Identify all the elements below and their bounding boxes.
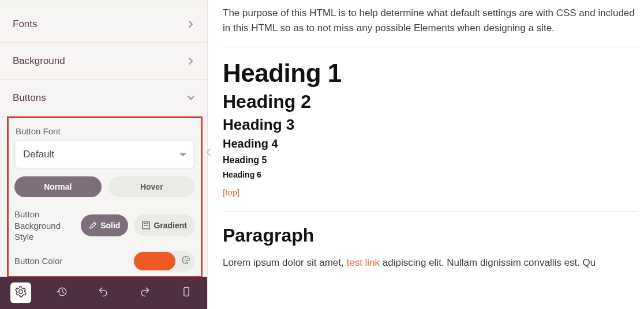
svg-point-5 — [146, 225, 147, 226]
caret-down-icon — [179, 149, 186, 160]
pencil-icon — [89, 221, 97, 229]
test-link[interactable]: test link — [346, 257, 380, 268]
palette-icon — [181, 255, 190, 267]
tab-normal[interactable]: Normal — [14, 176, 102, 197]
seg-label: Gradient — [153, 221, 187, 230]
gear-icon — [15, 286, 27, 300]
svg-point-9 — [187, 258, 188, 259]
history-button[interactable] — [52, 282, 73, 303]
section-buttons[interactable]: Buttons — [0, 80, 207, 116]
section-label: Buttons — [13, 92, 46, 104]
svg-point-7 — [184, 258, 185, 259]
top-link[interactable]: [top] — [223, 187, 239, 197]
svg-point-10 — [184, 260, 185, 261]
state-tabs: Normal Hover — [14, 176, 195, 197]
bg-style-gradient[interactable]: Gradient — [134, 214, 195, 236]
color-swatch[interactable] — [134, 252, 175, 270]
gradient-icon — [142, 221, 150, 229]
tab-hover[interactable]: Hover — [108, 176, 196, 197]
bg-style-solid[interactable]: Solid — [81, 214, 128, 236]
palette-button[interactable] — [178, 253, 194, 269]
divider — [223, 212, 638, 212]
svg-point-2 — [146, 223, 147, 224]
seg-label: Solid — [100, 221, 120, 230]
svg-point-12 — [186, 294, 187, 295]
paragraph-text: adipiscing elit. Nullam dignissim conval… — [380, 257, 596, 268]
svg-point-8 — [185, 257, 186, 258]
redo-icon — [139, 286, 151, 300]
paragraph-body: Lorem ipsum dolor sit amet, test link ad… — [223, 255, 638, 270]
bottom-toolbar — [0, 277, 207, 309]
collapse-sidebar-button[interactable] — [205, 145, 213, 161]
intro-text: The purpose of this HTML is to help dete… — [223, 6, 638, 36]
svg-point-3 — [148, 223, 149, 224]
settings-button[interactable] — [10, 282, 31, 303]
heading-2: Heading 2 — [223, 91, 638, 112]
chevron-down-icon — [188, 95, 194, 101]
phone-icon — [181, 286, 192, 300]
svg-point-6 — [148, 225, 149, 226]
button-color-label: Button Color — [14, 256, 62, 266]
bg-style-row: Button Background Style Solid — [14, 205, 195, 246]
device-preview-button[interactable] — [176, 282, 197, 303]
heading-1: Heading 1 — [223, 59, 638, 88]
heading-6: Heading 6 — [223, 170, 638, 179]
divider — [223, 47, 638, 47]
chevron-right-icon — [188, 58, 194, 65]
section-background[interactable]: Background — [0, 43, 207, 80]
select-value: Default — [23, 149, 54, 160]
button-font-select[interactable]: Default — [14, 141, 195, 168]
preview-pane: The purpose of this HTML is to help dete… — [208, 0, 644, 309]
undo-button[interactable] — [93, 282, 114, 303]
chevron-left-icon — [207, 148, 211, 159]
redo-button[interactable] — [134, 282, 155, 303]
section-label: Fonts — [13, 18, 38, 30]
section-fonts[interactable]: Fonts — [0, 6, 207, 43]
bg-style-label: Button Background Style — [14, 209, 76, 243]
heading-5: Heading 5 — [223, 155, 638, 165]
buttons-panel: Button Font Default Normal Hover Button … — [7, 116, 203, 277]
button-color-row: Button Color — [14, 246, 195, 272]
heading-4: Heading 4 — [223, 137, 638, 150]
button-font-label: Button Font — [16, 126, 195, 136]
paragraph-heading: Paragraph — [223, 225, 638, 246]
sidebar: Fonts Background Buttons Button Font — [0, 0, 208, 309]
section-label: Background — [13, 55, 65, 67]
history-icon — [57, 286, 68, 300]
svg-point-1 — [144, 223, 145, 224]
heading-3: Heading 3 — [223, 116, 638, 134]
chevron-right-icon — [188, 21, 194, 28]
undo-icon — [98, 286, 109, 300]
svg-point-4 — [144, 225, 145, 226]
paragraph-text: Lorem ipsum dolor sit amet, — [223, 257, 346, 268]
